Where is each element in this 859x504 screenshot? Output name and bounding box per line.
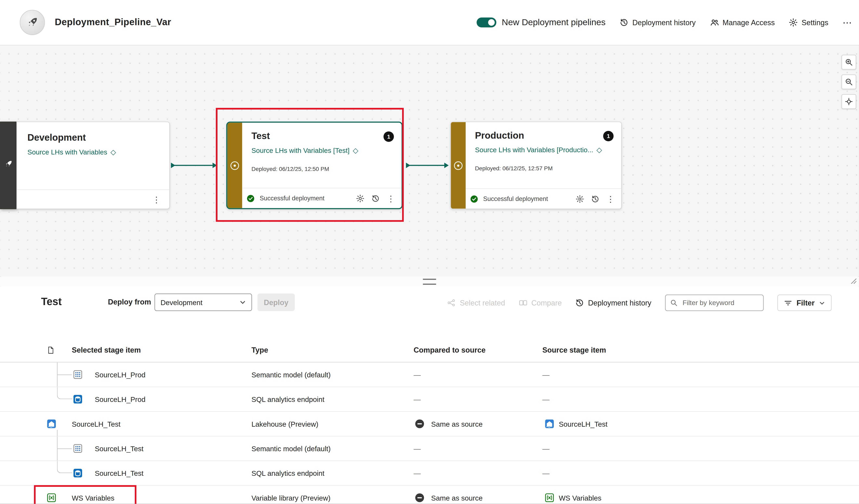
item-count-badge[interactable]: 1	[603, 131, 614, 141]
pipeline-arrow-test-to-prod	[406, 165, 444, 166]
same-as-source-icon	[415, 493, 424, 502]
fit-to-view-icon	[845, 97, 853, 106]
compare-button[interactable]: Compare	[519, 299, 562, 307]
pipeline-logo	[20, 10, 45, 35]
workspace-link[interactable]: Source LHs with Variables ◇	[27, 148, 169, 156]
diamond-icon: ◇	[353, 146, 358, 154]
source-stage-item-value: —	[542, 444, 859, 453]
history-icon	[575, 299, 584, 307]
zoom-out-icon	[845, 78, 853, 86]
item-type: Semantic model (default)	[252, 370, 414, 379]
compared-to-source-value: —	[414, 444, 542, 453]
panel-deployment-history-button[interactable]: Deployment history	[575, 299, 651, 307]
table-row[interactable]: SourceLH_Prod Semantic model (default) —…	[0, 363, 859, 387]
item-type: SQL analytics endpoint	[252, 469, 414, 477]
workspace-link[interactable]: Source LHs with Variables [Test] ◇	[252, 146, 394, 154]
splitter-grip-icon[interactable]	[423, 278, 436, 285]
toggle-label: New Deployment pipelines	[502, 17, 606, 27]
item-type: SQL analytics endpoint	[252, 395, 414, 403]
pipeline-canvas: Development Source LHs with Variables ◇ …	[0, 45, 859, 276]
item-count-badge[interactable]: 1	[383, 131, 394, 141]
column-selected-stage-item[interactable]: Selected stage item	[72, 346, 252, 354]
deploy-from-dropdown[interactable]: Development	[154, 293, 252, 311]
resize-corner-icon[interactable]	[851, 278, 857, 284]
item-name: WS Variables	[72, 494, 252, 502]
filter-button[interactable]: Filter	[778, 294, 832, 311]
table-header-row: Selected stage item Type Compared to sou…	[0, 338, 859, 363]
workspace-link-label: Source LHs with Variables	[27, 148, 107, 156]
source-stage-item-value: —	[542, 370, 859, 379]
stage-ring-icon	[229, 160, 240, 170]
stage-content-panel: Test Deploy from Development Deploy Sele…	[0, 286, 859, 504]
success-check-icon	[470, 195, 478, 203]
rocket-icon	[4, 160, 12, 168]
table-row[interactable]: SourceLH_Test SQL analytics endpoint — —	[0, 461, 859, 486]
source-stage-item-value: WS Variables	[559, 494, 602, 502]
table-row-ws-variables[interactable]: WS Variables Variable library (Preview) …	[0, 486, 859, 504]
deployed-timestamp: Deployed: 06/12/25, 12:57 PM	[475, 165, 614, 171]
compared-to-source-value: —	[414, 370, 542, 379]
stage-name: Production	[475, 130, 524, 142]
stage-card-production[interactable]: Production 1 Source LHs with Variables […	[450, 122, 622, 209]
history-icon	[591, 195, 599, 203]
new-pipelines-toggle[interactable]: New Deployment pipelines	[477, 17, 606, 27]
stage-more-button[interactable]: ⋮	[151, 194, 162, 204]
top-header: Deployment_Pipeline_Var New Deployment p…	[0, 0, 859, 45]
stage-history-button[interactable]	[371, 193, 381, 203]
workspace-link[interactable]: Source LHs with Variables [Productio... …	[475, 146, 614, 154]
deployment-history-button[interactable]: Deployment history	[620, 18, 696, 27]
variable-library-icon	[46, 493, 57, 503]
people-icon	[710, 18, 719, 27]
stage-name: Development	[27, 132, 169, 144]
toggle-switch[interactable]	[477, 17, 496, 27]
more-options-button[interactable]: ⋯	[843, 17, 853, 28]
stage-card-development[interactable]: Development Source LHs with Variables ◇ …	[16, 122, 170, 209]
select-related-button[interactable]: Select related	[447, 299, 505, 307]
production-stage-strip	[451, 122, 466, 209]
development-stage-strip[interactable]	[0, 122, 16, 209]
filter-keyword-input[interactable]	[681, 299, 759, 307]
panel-deployment-history-label: Deployment history	[588, 299, 651, 307]
deploy-button[interactable]: Deploy	[257, 293, 295, 311]
chevron-down-icon	[239, 299, 246, 305]
deployment-rules-button[interactable]	[355, 193, 365, 203]
deploy-from-value: Development	[161, 298, 235, 306]
stage-items-table: Selected stage item Type Compared to sou…	[0, 338, 859, 504]
column-source-stage-item[interactable]: Source stage item	[542, 346, 859, 354]
sql-endpoint-icon	[73, 468, 83, 478]
settings-button[interactable]: Settings	[789, 18, 828, 27]
app-window: Deployment_Pipeline_Var New Deployment p…	[0, 0, 859, 504]
vertical-ellipsis-icon: ⋮	[387, 194, 395, 202]
stage-more-button[interactable]: ⋮	[386, 193, 396, 203]
panel-toolbar-right: Select related Compare Deployment histor…	[447, 294, 832, 311]
manage-access-button[interactable]: Manage Access	[710, 18, 775, 27]
deployment-status: Successful deployment	[483, 196, 548, 202]
pipeline-arrow-dev-to-test	[171, 165, 213, 166]
zoom-in-button[interactable]	[842, 55, 856, 70]
panel-toolbar: Test Deploy from Development Deploy Sele…	[0, 293, 859, 313]
deployment-rules-button[interactable]	[575, 194, 585, 204]
item-type: Variable library (Preview)	[252, 494, 414, 502]
deployed-timestamp: Deployed: 06/12/25, 12:50 PM	[252, 165, 394, 172]
source-stage-item-value: —	[542, 395, 859, 403]
item-type: Lakehouse (Preview)	[252, 420, 414, 428]
panel-splitter[interactable]	[0, 276, 859, 286]
canvas-zoom-controls	[842, 55, 856, 109]
lakehouse-icon	[545, 419, 555, 429]
table-row[interactable]: SourceLH_Test Semantic model (default) —…	[0, 437, 859, 461]
column-type[interactable]: Type	[252, 346, 414, 354]
zoom-out-button[interactable]	[842, 75, 856, 89]
stage-more-button[interactable]: ⋮	[605, 194, 616, 204]
table-row[interactable]: SourceLH_Test Lakehouse (Preview) Same a…	[0, 412, 859, 437]
item-type: Semantic model (default)	[252, 444, 414, 453]
compare-icon	[519, 299, 527, 307]
table-row[interactable]: SourceLH_Prod SQL analytics endpoint — —	[0, 387, 859, 412]
stage-card-test[interactable]: Test 1 Source LHs with Variables [Test] …	[226, 122, 403, 209]
rocket-icon	[26, 16, 38, 28]
toggle-knob	[488, 19, 495, 26]
filter-keyword-search[interactable]	[665, 294, 764, 311]
stage-history-button[interactable]	[590, 194, 600, 204]
search-icon	[670, 299, 678, 307]
fit-to-view-button[interactable]	[842, 94, 856, 109]
column-compared-to-source[interactable]: Compared to source	[414, 346, 542, 354]
